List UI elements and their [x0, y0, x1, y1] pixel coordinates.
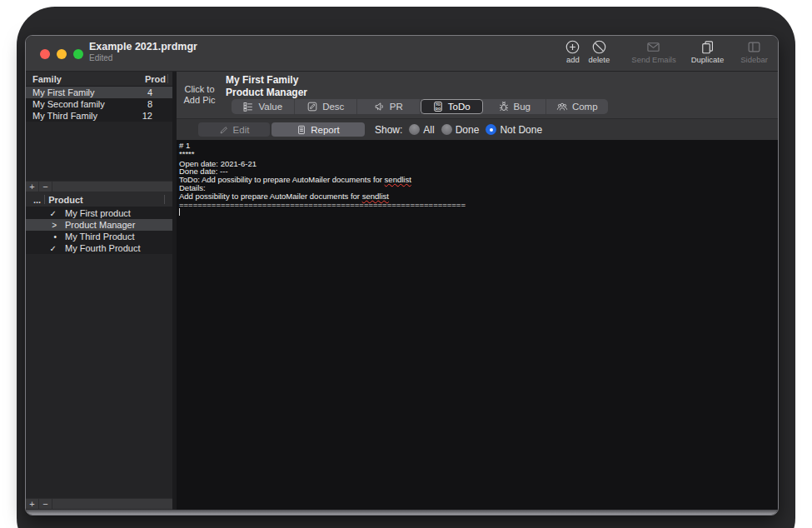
prod-column-header[interactable]: Prod: [145, 74, 166, 84]
todo-badge-icon: TODO: [432, 101, 444, 112]
product-status-marker-icon: ✓: [32, 209, 61, 218]
sidebar-panel-icon: [747, 40, 761, 54]
radio-circle-icon[interactable]: [409, 124, 420, 135]
tab-todo[interactable]: TODO ToDo: [421, 99, 484, 114]
product-status-marker-icon: •: [32, 232, 61, 242]
tab-desc[interactable]: Desc: [295, 99, 358, 114]
report-line: *****: [179, 150, 778, 158]
zoom-window-button[interactable]: [73, 49, 83, 59]
tab-value[interactable]: Value: [232, 99, 295, 114]
text-caret: [179, 208, 180, 216]
family-remove-button[interactable]: −: [39, 182, 52, 192]
radio-done-label: Done: [456, 124, 480, 136]
document-icon: [296, 125, 306, 135]
report-controls: Edit Report Show: All: [198, 122, 542, 137]
minimize-window-button[interactable]: [57, 49, 67, 59]
product-name: My Fourth Product: [65, 243, 140, 253]
family-name: My Second family: [32, 99, 105, 109]
product-add-button[interactable]: +: [26, 499, 39, 509]
product-row[interactable]: ✓My First product: [26, 207, 172, 219]
report-text: ========================================…: [179, 200, 466, 209]
product-name: My Third Product: [65, 232, 135, 242]
status-column-header[interactable]: ...: [26, 195, 41, 205]
radio-not-done-label: Not Done: [500, 124, 542, 136]
tab-desc-label: Desc: [322, 102, 344, 112]
product-picture-well[interactable]: Click to Add Pic: [177, 72, 222, 118]
pic-placeholder-line2: Add Pic: [184, 95, 216, 106]
product-row[interactable]: >Product Manager: [26, 219, 172, 231]
bug-icon: [498, 101, 510, 112]
family-product-count: 4: [147, 87, 166, 97]
report-line: ToDo: Add possibility to prepare AutoMai…: [179, 176, 778, 184]
sidebar: Family Prod My First Family4My Second fa…: [26, 72, 177, 510]
close-window-button[interactable]: [40, 49, 50, 59]
todo-report-textarea[interactable]: # 1*****Open date: 2021-6-21Done date: -…: [177, 140, 778, 510]
detail-subheader: Edit Report Show: All: [177, 118, 778, 140]
sidebar-toggle-button[interactable]: Sidebar: [740, 40, 768, 64]
radio-circle-icon[interactable]: [441, 124, 452, 135]
product-name: Product Manager: [65, 220, 135, 230]
family-add-button[interactable]: +: [26, 182, 39, 192]
product-remove-button[interactable]: −: [39, 499, 52, 509]
pencil-icon: [219, 125, 229, 135]
product-row[interactable]: •My Third Product: [26, 231, 172, 242]
duplicate-pages-icon: [700, 40, 715, 54]
app-window: Example 2021.prdmgr Edited add delete Se…: [25, 35, 779, 516]
tab-comp[interactable]: Comp: [546, 99, 609, 114]
family-row[interactable]: My First Family4: [26, 87, 172, 98]
pic-placeholder-line1: Click to: [184, 84, 214, 95]
edit-button[interactable]: Edit: [198, 122, 270, 137]
window-title-block: Example 2021.prdmgr Edited: [89, 41, 197, 62]
radio-show-all[interactable]: All: [409, 124, 434, 136]
selected-product-name: Product Manager: [226, 87, 307, 99]
family-row[interactable]: My Third Family12: [26, 110, 172, 122]
send-emails-button[interactable]: Send Emails: [631, 40, 675, 64]
screen-bezel: Example 2021.prdmgr Edited add delete Se…: [17, 7, 795, 528]
family-column-header[interactable]: Family: [26, 74, 62, 84]
tab-bug[interactable]: Bug: [483, 99, 546, 114]
product-column-header[interactable]: Product: [41, 195, 83, 205]
title-bar: Example 2021.prdmgr Edited add delete Se…: [26, 36, 778, 72]
product-status-marker-icon: >: [32, 221, 61, 230]
compose-pencil-icon: [306, 101, 318, 112]
toolbar: add delete Send Emails Duplicate Sidebar: [565, 40, 768, 64]
value-list-icon: [242, 101, 254, 112]
tab-comp-label: Comp: [572, 102, 598, 112]
family-product-count: 12: [142, 111, 166, 121]
tab-pr[interactable]: PR: [357, 99, 421, 114]
add-button[interactable]: add: [565, 40, 580, 64]
delete-circle-icon: [592, 40, 606, 54]
product-row[interactable]: ✓My Fourth Product: [26, 242, 172, 254]
tab-value-label: Value: [258, 102, 282, 112]
column-divider: [164, 195, 165, 204]
radio-show-done[interactable]: Done: [441, 124, 480, 136]
megaphone-icon: [374, 101, 386, 112]
family-list: My First Family4My Second family8My Thir…: [26, 87, 172, 122]
product-list: ✓My First product>Product Manager•My Thi…: [26, 207, 172, 254]
report-button[interactable]: Report: [271, 122, 365, 137]
product-list-empty-area: [26, 254, 172, 498]
misspelled-word: sendlist: [385, 175, 411, 184]
family-row[interactable]: My Second family8: [26, 98, 172, 110]
column-divider: [167, 74, 168, 83]
add-button-label: add: [566, 55, 580, 64]
window-bottom-edge: [26, 510, 778, 515]
report-button-label: Report: [311, 125, 340, 135]
people-group-icon: [556, 101, 568, 112]
main-panel: Click to Add Pic My First Family Product…: [177, 72, 778, 510]
envelope-icon: [646, 40, 660, 54]
duplicate-button[interactable]: Duplicate: [691, 40, 725, 64]
radio-circle-icon[interactable]: [486, 124, 496, 135]
family-table-header[interactable]: Family Prod: [26, 72, 172, 87]
selected-family-name: My First Family: [226, 74, 307, 87]
delete-button[interactable]: delete: [588, 40, 610, 64]
radio-all-label: All: [423, 124, 434, 136]
svg-text:DO: DO: [436, 107, 441, 111]
report-text: *****: [179, 149, 195, 158]
family-name: My Third Family: [32, 111, 97, 121]
tab-todo-label: ToDo: [448, 102, 471, 112]
radio-show-not-done[interactable]: Not Done: [486, 124, 542, 136]
send-emails-button-label: Send Emails: [631, 55, 675, 64]
tab-pr-label: PR: [390, 102, 403, 112]
product-table-header[interactable]: ... Product: [26, 192, 172, 207]
